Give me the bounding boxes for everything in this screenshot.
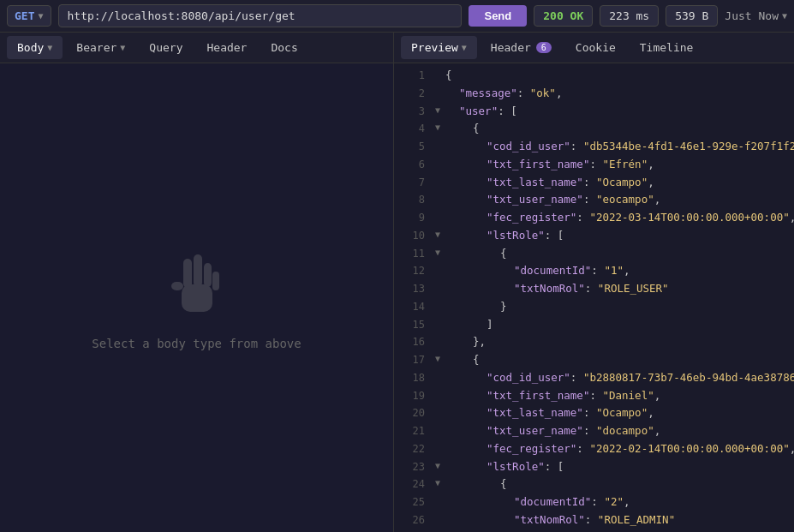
json-line: 6 "txt_first_name": "Efrén", (394, 156, 794, 174)
tab-preview-chevron-icon: ▼ (462, 43, 467, 52)
status-ok-text: 200 OK (543, 9, 583, 22)
tab-bearer[interactable]: Bearer ▼ (66, 36, 135, 59)
line-number: 8 (401, 192, 425, 207)
tab-preview[interactable]: Preview ▼ (401, 36, 477, 59)
fold-arrow-icon (435, 192, 444, 205)
body-empty-state: Select a body type from above (0, 63, 393, 532)
fold-arrow-icon[interactable]: ▼ (435, 352, 444, 365)
line-number: 22 (401, 441, 425, 457)
line-number: 13 (401, 281, 425, 296)
json-content: "message": "ok", (459, 86, 562, 102)
line-number: 21 (401, 423, 425, 439)
tab-cookie[interactable]: Cookie (565, 36, 626, 59)
fold-arrow-icon[interactable]: ▼ (435, 104, 444, 117)
fold-arrow-icon[interactable]: ▼ (435, 459, 444, 472)
json-content: "documentId": "1", (514, 263, 630, 279)
left-panel: Body ▼ Bearer ▼ Query Header Docs (0, 33, 394, 532)
fold-arrow-icon[interactable]: ▼ (435, 246, 444, 259)
json-line: 26 "txtNomRol": "ROLE_ADMIN" (394, 511, 794, 529)
fold-arrow-icon (435, 441, 444, 454)
json-content: }, (473, 334, 486, 350)
tab-query[interactable]: Query (139, 36, 193, 59)
fold-arrow-icon (435, 281, 444, 294)
json-content: { (445, 68, 452, 84)
line-number: 23 (401, 459, 425, 475)
tab-body-chevron-icon: ▼ (47, 43, 52, 52)
json-content: "documentId": "2", (514, 494, 630, 511)
json-line: 22 "fec_register": "2022-02-14T00:00:00.… (394, 440, 794, 458)
json-content: "fec_register": "2022-02-14T00:00:00.000… (487, 441, 794, 457)
tab-body-label: Body (17, 41, 44, 54)
fold-arrow-icon (435, 299, 444, 312)
fold-arrow-icon[interactable]: ▼ (435, 121, 444, 134)
json-line: 8 "txt_user_name": "eocampo", (394, 191, 794, 209)
tab-timeline[interactable]: Timeline (630, 36, 704, 59)
line-number: 18 (401, 370, 425, 386)
json-content: "cod_id_user": "db5344be-4fd1-46e1-929e-… (487, 139, 794, 155)
tab-response-header-label: Header (491, 41, 531, 54)
json-content: "txtNomRol": "ROLE_ADMIN" (514, 512, 675, 529)
line-number: 14 (401, 299, 425, 314)
json-viewer: 1 {2 "message": "ok",3▼"user": [4▼{5 "co… (394, 63, 794, 532)
fold-arrow-icon[interactable]: ▼ (435, 476, 444, 489)
fold-arrow-icon (435, 334, 444, 347)
svg-rect-1 (171, 282, 183, 290)
json-content: "txt_first_name": "Daniel", (487, 388, 660, 404)
fold-arrow-icon[interactable]: ▼ (435, 228, 444, 241)
tab-bearer-label: Bearer (76, 41, 116, 54)
send-button[interactable]: Send (469, 5, 527, 27)
fold-arrow-icon (435, 423, 444, 436)
json-line: 24▼{ (394, 475, 794, 493)
line-number: 24 (401, 476, 425, 492)
svg-rect-2 (183, 259, 192, 288)
timestamp: Just Now ▼ (725, 9, 787, 22)
right-panel: Preview ▼ Header 6 Cookie Timeline 1 {2 … (394, 33, 794, 532)
method-chevron-icon: ▼ (38, 11, 43, 21)
json-line: 12 "documentId": "1", (394, 262, 794, 280)
fold-arrow-icon (435, 68, 444, 81)
json-line: 9 "fec_register": "2022-03-14T00:00:00.0… (394, 209, 794, 227)
tab-body[interactable]: Body ▼ (7, 36, 63, 59)
json-line: 1 { (394, 67, 794, 85)
line-number: 7 (401, 175, 425, 190)
fold-arrow-icon (435, 210, 444, 223)
json-content: "lstRole": [ (487, 459, 564, 475)
line-number: 3 (401, 104, 425, 119)
json-line: 2 "message": "ok", (394, 85, 794, 103)
tab-query-label: Query (149, 41, 182, 54)
line-number: 2 (401, 86, 425, 101)
json-content: "txt_last_name": "Ocampo", (487, 175, 654, 191)
json-content: "txt_first_name": "Efrén", (487, 157, 654, 173)
tab-header[interactable]: Header (196, 36, 257, 59)
json-line: 27 }, (394, 529, 794, 533)
json-line: 25 "documentId": "2", (394, 493, 794, 511)
line-number: 4 (401, 121, 425, 136)
svg-rect-4 (204, 263, 212, 287)
json-content: "lstRole": [ (487, 228, 564, 244)
fold-arrow-icon (435, 263, 444, 276)
tab-timeline-label: Timeline (640, 41, 694, 54)
main-layout: Body ▼ Bearer ▼ Query Header Docs (0, 33, 794, 532)
json-content: { (500, 246, 507, 262)
status-code-badge: 200 OK (534, 5, 593, 27)
json-content: "txt_last_name": "Ocampo", (487, 405, 654, 421)
url-input[interactable] (58, 4, 463, 27)
line-number: 9 (401, 210, 425, 225)
svg-rect-3 (194, 254, 202, 287)
fold-arrow-icon (435, 157, 444, 170)
line-number: 15 (401, 317, 425, 332)
svg-rect-5 (212, 272, 219, 290)
tab-response-header[interactable]: Header 6 (481, 36, 562, 59)
line-number: 1 (401, 68, 425, 83)
json-content: "user": [ (459, 104, 517, 120)
timestamp-text: Just Now (725, 9, 779, 22)
json-line: 5 "cod_id_user": "db5344be-4fd1-46e1-929… (394, 138, 794, 156)
fold-arrow-icon (435, 512, 444, 525)
response-time-text: 223 ms (609, 9, 649, 22)
fold-arrow-icon (435, 405, 444, 418)
tab-preview-label: Preview (411, 41, 458, 54)
json-line: 20 "txt_last_name": "Ocampo", (394, 404, 794, 422)
tab-docs[interactable]: Docs (260, 36, 307, 59)
method-selector[interactable]: GET ▼ (7, 5, 51, 27)
json-content: "fec_register": "2022-03-14T00:00:00.000… (487, 210, 794, 226)
